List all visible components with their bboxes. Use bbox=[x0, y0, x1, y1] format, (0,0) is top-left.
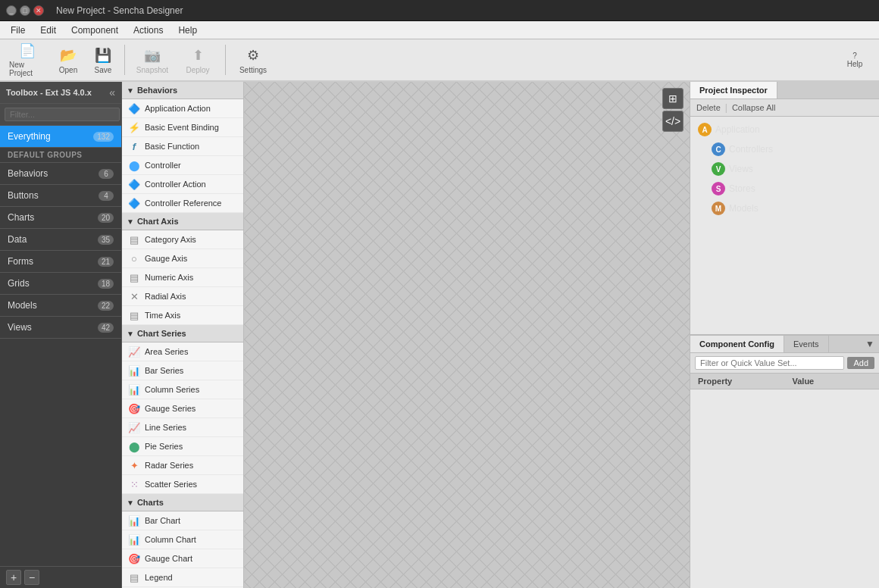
open-icon: 📂 bbox=[59, 46, 77, 64]
item-time-axis[interactable]: ▤ Time Axis bbox=[122, 306, 243, 325]
app-title: New Project - Sencha Designer bbox=[56, 5, 183, 16]
help-button[interactable]: ? Help bbox=[837, 42, 873, 78]
section-behaviors-label: Behaviors bbox=[137, 86, 177, 95]
item-line-series[interactable]: 📈 Line Series bbox=[122, 418, 243, 437]
canvas-toolbar: ⊞ </> bbox=[662, 88, 683, 132]
item-gauge-axis[interactable]: ○ Gauge Axis bbox=[122, 249, 243, 268]
cat-views[interactable]: Views 42 bbox=[0, 317, 121, 339]
tree-controllers[interactable]: C Controllers bbox=[690, 139, 879, 159]
item-area-series-label: Area Series bbox=[145, 347, 188, 356]
item-column-chart[interactable]: 📊 Column Chart bbox=[122, 530, 243, 549]
cat-data[interactable]: Data 35 bbox=[0, 229, 121, 251]
cat-everything[interactable]: Everything 132 bbox=[0, 126, 121, 148]
item-ctrl-action[interactable]: 🔷 Controller Action bbox=[122, 175, 243, 194]
item-legend[interactable]: ▤ Legend bbox=[122, 568, 243, 587]
item-controller[interactable]: ⬤ Controller bbox=[122, 156, 243, 175]
item-radar-series-label: Radar Series bbox=[145, 461, 193, 470]
snapshot-button[interactable]: 📷 Snapshot bbox=[131, 42, 174, 78]
item-basic-func[interactable]: f Basic Function bbox=[122, 137, 243, 156]
item-basic-event[interactable]: ⚡ Basic Event Binding bbox=[122, 118, 243, 137]
maximize-button[interactable]: □ bbox=[20, 5, 30, 16]
category-axis-icon: ▤ bbox=[128, 233, 140, 246]
minimize-button[interactable]: _ bbox=[6, 5, 17, 16]
menu-help[interactable]: Help bbox=[170, 21, 205, 39]
canvas-area[interactable]: ⊞ </> bbox=[244, 82, 690, 588]
menu-edit[interactable]: Edit bbox=[33, 21, 64, 39]
save-button[interactable]: 💾 Save bbox=[88, 42, 118, 78]
add-category-button[interactable]: + bbox=[6, 570, 21, 585]
canvas-code-button[interactable]: </> bbox=[662, 111, 683, 132]
item-radar-series[interactable]: ✦ Radar Series bbox=[122, 456, 243, 475]
section-charts-header[interactable]: ▼ Charts bbox=[122, 494, 243, 511]
item-numeric-axis[interactable]: ▤ Numeric Axis bbox=[122, 268, 243, 287]
add-property-button[interactable]: Add bbox=[847, 357, 874, 369]
item-category-axis[interactable]: ▤ Category Axis bbox=[122, 230, 243, 249]
new-project-button[interactable]: 📄 New Project bbox=[6, 42, 48, 78]
item-bar-series-label: Bar Series bbox=[145, 366, 183, 375]
cat-models[interactable]: Models 22 bbox=[0, 295, 121, 317]
tree-views-label: Views bbox=[729, 164, 753, 174]
canvas-grid-button[interactable]: ⊞ bbox=[662, 88, 683, 109]
item-pie-series-label: Pie Series bbox=[145, 442, 183, 451]
tab-component-config[interactable]: Component Config bbox=[690, 336, 784, 352]
config-filter-input[interactable] bbox=[695, 356, 844, 370]
tree-views[interactable]: V Views bbox=[690, 159, 879, 179]
tree-models[interactable]: M Models bbox=[690, 199, 879, 218]
item-radial-axis[interactable]: ✕ Radial Axis bbox=[122, 287, 243, 306]
item-radial-axis-label: Radial Axis bbox=[145, 292, 186, 301]
snapshot-label: Snapshot bbox=[136, 66, 168, 74]
item-gauge-series[interactable]: 🎯 Gauge Series bbox=[122, 399, 243, 418]
tree-controllers-label: Controllers bbox=[729, 144, 773, 155]
collapse-toolbox-button[interactable]: « bbox=[109, 86, 115, 99]
cat-buttons[interactable]: Buttons 4 bbox=[0, 185, 121, 207]
item-gauge-chart-label: Gauge Chart bbox=[145, 554, 192, 563]
project-tree: A Application C Controllers V Views S St… bbox=[690, 117, 879, 221]
item-gauge-chart[interactable]: 🎯 Gauge Chart bbox=[122, 549, 243, 568]
tab-project-inspector[interactable]: Project Inspector bbox=[690, 82, 777, 99]
deploy-icon: ⬆ bbox=[189, 46, 207, 64]
tree-application[interactable]: A Application bbox=[690, 120, 879, 139]
tab-events[interactable]: Events bbox=[784, 336, 829, 352]
line-series-icon: 📈 bbox=[128, 421, 140, 433]
settings-button[interactable]: ⚙ Settings bbox=[232, 42, 274, 78]
config-dropdown-button[interactable]: ▼ bbox=[861, 339, 879, 349]
cat-behaviors[interactable]: Behaviors 6 bbox=[0, 163, 121, 185]
cat-charts[interactable]: Charts 20 bbox=[0, 207, 121, 229]
item-ctrl-action-label: Controller Action bbox=[145, 180, 206, 189]
item-column-series[interactable]: 📊 Column Series bbox=[122, 380, 243, 399]
item-pie-series[interactable]: ⬤ Pie Series bbox=[122, 437, 243, 456]
item-area-series[interactable]: 📈 Area Series bbox=[122, 342, 243, 361]
section-behaviors-header[interactable]: ▼ Behaviors bbox=[122, 82, 243, 99]
remove-category-button[interactable]: − bbox=[24, 570, 39, 585]
time-axis-icon: ▤ bbox=[128, 309, 140, 321]
basic-event-icon: ⚡ bbox=[128, 121, 140, 133]
gauge-series-icon: 🎯 bbox=[128, 402, 140, 414]
section-chart-axis-header[interactable]: ▼ Chart Axis bbox=[122, 213, 243, 230]
cat-grids[interactable]: Grids 18 bbox=[0, 273, 121, 295]
toolbar-separator-2 bbox=[225, 45, 226, 75]
menu-component[interactable]: Component bbox=[64, 21, 126, 39]
window-controls[interactable]: _ □ ✕ bbox=[6, 5, 44, 16]
area-series-icon: 📈 bbox=[128, 346, 140, 358]
open-button[interactable]: 📂 Open bbox=[52, 42, 85, 78]
tree-stores[interactable]: S Stores bbox=[690, 179, 879, 199]
item-bar-series[interactable]: 📊 Bar Series bbox=[122, 361, 243, 380]
item-bar-chart[interactable]: 📊 Bar Chart bbox=[122, 511, 243, 530]
component-config-panel: Component Config Events ▼ Add Property V… bbox=[690, 336, 879, 588]
close-button[interactable]: ✕ bbox=[33, 5, 44, 16]
menu-file[interactable]: File bbox=[3, 21, 33, 39]
toolbox-filter-input[interactable] bbox=[5, 108, 120, 121]
collapse-all-action[interactable]: Collapse All bbox=[732, 103, 775, 112]
item-app-action[interactable]: 🔷 Application Action bbox=[122, 99, 243, 118]
delete-action[interactable]: Delete bbox=[696, 103, 721, 112]
item-scatter-series[interactable]: ⁙ Scatter Series bbox=[122, 475, 243, 494]
section-charts-arrow: ▼ bbox=[127, 499, 134, 507]
cat-forms[interactable]: Forms 21 bbox=[0, 251, 121, 273]
open-label: Open bbox=[59, 66, 77, 74]
section-chart-series-header[interactable]: ▼ Chart Series bbox=[122, 325, 243, 342]
deploy-button[interactable]: ⬆ Deploy bbox=[177, 42, 219, 78]
cat-everything-count: 132 bbox=[93, 132, 114, 142]
menu-actions[interactable]: Actions bbox=[126, 21, 170, 39]
item-ctrl-ref[interactable]: 🔷 Controller Reference bbox=[122, 194, 243, 213]
cat-forms-label: Forms bbox=[8, 256, 33, 267]
